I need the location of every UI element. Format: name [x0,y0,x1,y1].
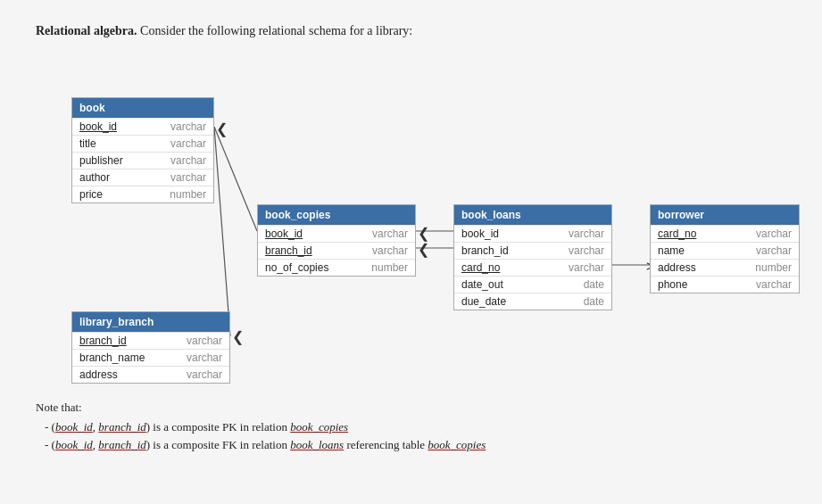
table-book-row-author: author varchar [72,169,213,186]
notes-section: Note that: (book_id, branch_id) is a com… [36,401,786,452]
note-item-2: (book_id, branch_id) is a composite FK i… [45,438,786,452]
diagram-area: book book_id varchar title varchar publi… [36,62,786,383]
arrow-book-copies: ❮ [216,120,228,137]
table-book-row-publisher: publisher varchar [72,152,213,169]
table-library-branch: library_branch branch_id varchar branch_… [71,311,230,384]
table-book-copies: book_copies book_id varchar branch_id va… [257,204,416,277]
table-book-row-price: price number [72,186,213,202]
table-book-loans-row-duedate: due_date date [454,293,611,310]
table-book-copies-row-branchid: branch_id varchar [258,242,415,259]
table-book-header: book [72,98,213,118]
table-book: book book_id varchar title varchar publi… [71,97,214,203]
table-library-branch-header: library_branch [72,312,229,332]
table-borrower-row-address: address number [651,259,799,276]
table-book-copies-row-bookid: book_id varchar [258,225,415,242]
table-library-branch-row-address: address varchar [72,366,229,383]
intro-rest: Consider the following relational schema… [137,24,413,37]
table-borrower-row-name: name varchar [651,242,799,259]
table-book-copies-header: book_copies [258,205,415,225]
intro-text: Relational algebra. Consider the followi… [36,21,786,40]
table-library-branch-row-branchid: branch_id varchar [72,332,229,349]
table-library-branch-row-branchname: branch_name varchar [72,349,229,366]
table-borrower-header: borrower [651,205,799,225]
table-book-loans-row-branchid: branch_id varchar [454,242,611,259]
table-borrower-row-cardno: card_no varchar [651,225,799,242]
table-book-loans-row-bookid: book_id varchar [454,225,611,242]
svg-line-1 [214,127,230,336]
table-book-row-title: title varchar [72,135,213,152]
note-title: Note that: [36,401,786,415]
table-book-loans-row-cardno: card_no varchar [454,259,611,276]
table-book-copies-row-noofcopies: no_of_copies number [258,259,415,276]
table-book-loans-header: book_loans [454,205,611,225]
table-book-loans: book_loans book_id varchar branch_id var… [453,204,612,310]
arrow-librarybranch: ❮ [232,328,244,345]
svg-line-0 [214,127,257,231]
arrow-bookcopies-bookloans-2: ❮ [418,241,429,258]
arrow-bookcopies-bookloans-1: ❮ [418,225,429,242]
intro-bold: Relational algebra. [36,24,137,37]
table-book-loans-row-dateout: date_out date [454,276,611,293]
table-book-row-bookid: book_id varchar [72,118,213,135]
note-item-1: (book_id, branch_id) is a composite PK i… [45,420,786,434]
table-borrower-row-phone: phone varchar [651,276,799,293]
table-borrower: borrower card_no varchar name varchar ad… [650,204,800,293]
notes-list: (book_id, branch_id) is a composite PK i… [36,420,786,452]
